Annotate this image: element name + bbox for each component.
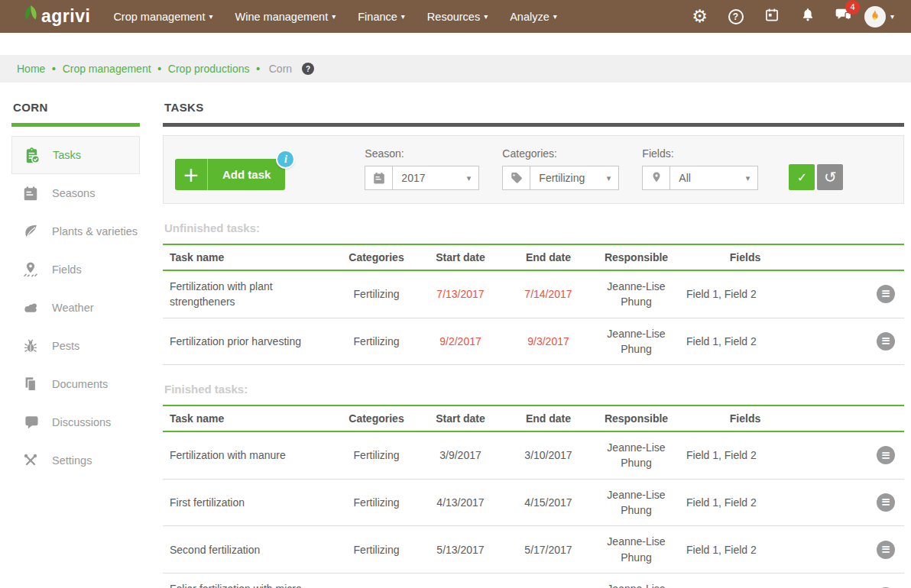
task-row: Foliar fertilization with micro nutrient… <box>163 573 904 588</box>
sidebar-item-settings[interactable]: Settings <box>11 441 140 480</box>
tag-icon <box>503 166 530 189</box>
breadcrumb-link-crop-management[interactable]: Crop management <box>63 63 151 75</box>
breadcrumb-separator: • <box>254 63 261 75</box>
sidebar-item-documents[interactable]: Documents <box>11 365 140 403</box>
task-name: Second fertilization <box>163 526 336 573</box>
season-select[interactable]: 2017 ▾ <box>365 166 479 190</box>
calendar-button[interactable] <box>754 7 789 26</box>
nav-menu-wine-management[interactable]: Wine management▾ <box>235 11 336 23</box>
help-button[interactable]: ? <box>718 9 754 24</box>
map-pin-icon <box>21 261 41 278</box>
column-header-categories: Categories <box>336 405 417 431</box>
breadcrumb-separator: • <box>157 63 163 75</box>
task-category: Fertilizing <box>336 270 417 318</box>
crop-sidebar: CORN Tasks Seasons Plants & varieties Fi… <box>11 82 140 588</box>
column-header-task-name: Task name <box>163 405 336 431</box>
sidebar-item-tasks[interactable]: Tasks <box>11 136 140 174</box>
task-name: Foliar fertilization with micro nutrient… <box>163 573 336 588</box>
task-actions-cell: ≡ <box>810 270 904 318</box>
sidebar-item-label: Tasks <box>53 149 81 161</box>
sidebar-item-seasons[interactable]: Seasons <box>11 174 140 212</box>
row-actions-button[interactable]: ≡ <box>877 285 895 303</box>
map-pin-icon <box>643 166 670 189</box>
task-end-date: 3/10/2017 <box>504 431 592 479</box>
column-header-task-name: Task name <box>163 244 336 270</box>
breadcrumb-separator: • <box>50 63 57 75</box>
sidebar-item-discussions[interactable]: Discussions <box>11 403 140 441</box>
user-menu-button[interactable]: ▾ <box>861 6 897 27</box>
column-header-start-date: Start date <box>417 244 504 270</box>
nav-menu-crop-management[interactable]: Crop management▾ <box>113 11 212 23</box>
finished-tasks-table: Task nameCategoriesStart dateEnd dateRes… <box>163 405 904 588</box>
nav-menu-analyze[interactable]: Analyze▾ <box>510 11 557 23</box>
task-responsible: Jeanne-Lise Phung <box>592 431 680 479</box>
task-category: Fertilizing <box>336 318 417 365</box>
nav-menu-resources[interactable]: Resources▾ <box>427 11 488 23</box>
sidebar-item-plants-varieties[interactable]: Plants & varieties <box>11 212 140 250</box>
leaf-icon <box>21 223 41 240</box>
tools-icon <box>21 452 41 469</box>
tasks-panel: TASKS + Add task i Season: 2017 ▾ Ca <box>163 82 904 588</box>
calendar-icon <box>21 185 41 202</box>
top-navbar: agrivi Crop management▾ Wine management▾… <box>0 0 911 33</box>
add-task-label: Add task <box>208 168 285 181</box>
messages-button[interactable]: 4 <box>825 7 861 27</box>
row-actions-button[interactable]: ≡ <box>877 541 895 559</box>
documents-icon <box>21 376 41 393</box>
task-name: Fertilization with manure <box>163 431 336 479</box>
add-task-button[interactable]: + Add task <box>175 159 285 190</box>
help-badge[interactable]: ? <box>302 63 314 75</box>
chevron-down-icon: ▾ <box>553 12 557 21</box>
chevron-down-icon: ▾ <box>332 12 336 21</box>
task-fields: Field 1, Field 2 <box>680 431 810 479</box>
task-fields: Field 1, Field 2 <box>680 270 810 318</box>
task-actions-cell: ≡ <box>810 318 904 365</box>
row-actions-button[interactable]: ≡ <box>877 446 895 464</box>
row-actions-button[interactable]: ≡ <box>877 332 895 351</box>
info-icon[interactable]: i <box>276 150 295 169</box>
fields-label: Fields: <box>642 147 758 160</box>
sidebar-item-fields[interactable]: Fields <box>11 250 140 289</box>
chevron-down-icon: ▾ <box>607 173 619 183</box>
task-start-date: 7/13/2017 <box>417 270 504 318</box>
sidebar-item-pests[interactable]: Pests <box>11 327 140 365</box>
bug-icon <box>21 338 41 354</box>
task-row: Fertilization prior harvestingFertilizin… <box>163 318 904 365</box>
nav-menu-finance[interactable]: Finance▾ <box>358 11 405 23</box>
column-header-actions <box>810 244 904 270</box>
nav-menus: Crop management▾ Wine management▾ Financ… <box>113 11 579 23</box>
column-header-end-date: End date <box>504 405 592 431</box>
nav-menu-label: Finance <box>358 11 397 23</box>
sidebar-item-label: Fields <box>52 263 82 276</box>
brand-name: agrivi <box>41 6 90 27</box>
fields-select[interactable]: All ▾ <box>642 166 758 190</box>
nav-menu-label: Resources <box>427 11 480 23</box>
tasks-icon <box>21 147 41 164</box>
nav-menu-label: Analyze <box>510 11 550 23</box>
task-fields: Field 1, Field 2 <box>680 573 810 588</box>
sidebar-item-weather[interactable]: Weather <box>11 289 140 327</box>
breadcrumb-link-home[interactable]: Home <box>17 63 45 75</box>
task-name: Fertilization with plant strengtheners <box>163 270 336 318</box>
task-end-date: 4/15/2017 <box>504 479 592 526</box>
settings-gear-button[interactable]: ⚙ <box>682 8 718 25</box>
row-actions-button[interactable]: ≡ <box>877 493 895 512</box>
task-actions-cell: ≡ <box>810 573 904 588</box>
task-start-date: 6/15/2017 <box>417 573 504 588</box>
nav-menu-label: Wine management <box>235 11 329 23</box>
task-fields: Field 1, Field 2 <box>680 318 810 365</box>
breadcrumb-link-crop-productions[interactable]: Crop productions <box>168 63 250 75</box>
nav-menu-label: Crop management <box>113 11 205 23</box>
notifications-button[interactable] <box>789 7 825 26</box>
task-responsible: Jeanne-Lise Phung <box>592 479 680 526</box>
panel-accent-bar <box>163 123 904 127</box>
reset-filters-button[interactable]: ↺ <box>817 164 843 190</box>
chevron-down-icon: ▾ <box>484 12 488 21</box>
apply-filters-button[interactable]: ✓ <box>789 164 815 190</box>
brand-logo[interactable]: agrivi <box>21 5 90 29</box>
tasks-toolbar: + Add task i Season: 2017 ▾ Categories: … <box>163 135 904 204</box>
column-header-responsible: Responsible <box>592 405 680 431</box>
categories-select[interactable]: Fertilizing ▾ <box>502 166 619 190</box>
sidebar-item-label: Plants & varieties <box>52 225 138 237</box>
chevron-down-icon: ▾ <box>746 173 758 183</box>
